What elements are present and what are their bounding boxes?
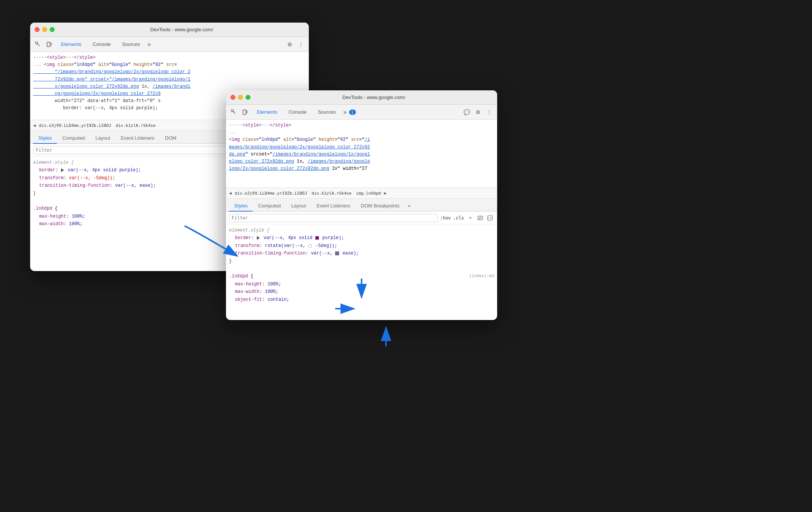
toolbar-1: Elements Console Sources » ⚙ ⋮ xyxy=(30,37,309,52)
breadcrumb-item-2-3[interactable]: img.lnXdpd xyxy=(354,190,382,197)
html-line: elogo_color_272x92dp.png 1x, /images/bra… xyxy=(226,158,497,165)
css-tab-computed-2[interactable]: Computed xyxy=(253,201,286,212)
svg-line-1 xyxy=(37,43,40,46)
settings-icon-2[interactable]: ⚙ xyxy=(473,107,483,117)
breadcrumb-2: ◀ div.o3j99.LLD4me.yr19Zb.LS8OJ div.k1zl… xyxy=(226,187,497,199)
tab-more-1[interactable]: » xyxy=(146,41,153,48)
toolbar-right-1: ⚙ ⋮ xyxy=(285,40,306,49)
html-line: 72x92dp.png" srcset="/images/branding/go… xyxy=(30,76,309,83)
breadcrumb-item-2-1[interactable]: div.o3j99.LLD4me.yr19Zb.LS8OJ xyxy=(233,190,308,197)
css-rule-close-2: } xyxy=(229,258,494,265)
close-button-1[interactable] xyxy=(35,27,40,32)
html-line: ... <img class="lnXdpd" alt="Google" hei… xyxy=(30,61,309,69)
css-prop-transition-2: transition-timing-function: var(--x, eas… xyxy=(235,250,494,257)
html-line: logo/2x/googlelogo_color_272x92dp.png 2x… xyxy=(226,165,497,172)
circle-swatch[interactable] xyxy=(308,244,312,248)
add-style-icon[interactable]: + xyxy=(466,214,475,222)
tab-elements-1[interactable]: Elements xyxy=(56,39,87,50)
tab-console-2[interactable]: Console xyxy=(283,107,312,117)
console-badge: 1 xyxy=(349,110,356,115)
html-line: ... xyxy=(226,129,497,136)
settings-icon-1[interactable]: ⚙ xyxy=(285,40,295,49)
title-bar-2: DevTools - www.google.com/ xyxy=(226,90,497,105)
html-panel-2: ·····<style>···</style> ... <img class="… xyxy=(226,120,497,187)
breadcrumb-back-arrow-2[interactable]: ◀ xyxy=(229,190,232,196)
css-tab-event-2[interactable]: Event Listeners xyxy=(311,201,356,212)
filter-bar-2: :hov .cls + xyxy=(226,212,497,224)
new-style-rule-icon[interactable] xyxy=(476,214,484,222)
maximize-button-1[interactable] xyxy=(50,27,55,32)
css-tab-event-1[interactable]: Event Listeners xyxy=(115,133,160,144)
svg-rect-6 xyxy=(243,110,246,114)
css-prop-maxwidth-2: max-width: 100%; xyxy=(235,288,494,296)
device-icon[interactable] xyxy=(44,40,54,49)
css-tab-styles-2[interactable]: Styles xyxy=(229,201,253,212)
css-tab-dom-2[interactable]: DOM Breakpoints xyxy=(356,201,405,212)
color-swatch-purple[interactable] xyxy=(315,236,319,240)
devtools-window-2: DevTools - www.google.com/ Elements Cons… xyxy=(226,90,497,320)
html-line: dp.png" srcset="/images/branding/googlel… xyxy=(226,151,497,158)
filter-input-2[interactable] xyxy=(229,214,438,222)
tab-sources-2[interactable]: Sources xyxy=(313,107,341,117)
svg-rect-3 xyxy=(50,43,52,45)
more-icon-2[interactable]: ⋮ xyxy=(484,107,494,117)
css-tab-more-2[interactable]: » xyxy=(405,201,414,211)
html-line: mages/branding/googlelogo/2x/googlelogo_… xyxy=(226,144,497,151)
css-tab-layout-1[interactable]: Layout xyxy=(90,133,115,144)
svg-line-5 xyxy=(232,111,235,114)
html-line: <img class="lnXdpd" alt="Google" height=… xyxy=(226,136,497,143)
tab-sources-1[interactable]: Sources xyxy=(117,39,145,50)
breadcrumb-back-arrow[interactable]: ◀ xyxy=(33,123,36,128)
minimize-button-2[interactable] xyxy=(238,95,243,100)
filter-icons-2: + xyxy=(466,214,494,222)
breadcrumb-item-2[interactable]: div.k1zlA.rSk4se xyxy=(114,122,157,129)
window-title-1: DevTools - www.google.com/ xyxy=(59,27,304,32)
css-content-2: element.style { border: var(--x, 4px sol… xyxy=(226,224,497,320)
css-tab-layout-2[interactable]: Layout xyxy=(286,201,311,212)
traffic-lights-2 xyxy=(230,95,250,100)
window-body-2: ·····<style>···</style> ... <img class="… xyxy=(226,120,497,320)
minimize-button-1[interactable] xyxy=(42,27,47,32)
html-line: "/images/branding/googlelogo/2x/googlelo… xyxy=(30,69,309,76)
title-bar-1: DevTools - www.google.com/ xyxy=(30,23,309,37)
css-rule-lnxdpd: .lnXdpd { (index):63 xyxy=(229,273,494,280)
css-tabs-2: Styles Computed Layout Event Listeners D… xyxy=(226,199,497,212)
more-icon-1[interactable]: ⋮ xyxy=(296,40,306,49)
toolbar-2: Elements Console Sources » 1 💬 ⚙ ⋮ xyxy=(226,105,497,120)
breadcrumb-item-2-2[interactable]: div.k1zlA.rSk4se xyxy=(310,190,353,197)
toolbar-tabs-1: Elements Console Sources » xyxy=(56,39,283,50)
maximize-button-2[interactable] xyxy=(246,95,250,100)
css-tab-dom-1[interactable]: DOM xyxy=(160,133,182,144)
breadcrumb-item-1[interactable]: div.o3j99.LLD4me.yr19Zb.LS8OJ xyxy=(37,122,113,129)
html-content-2: ·····<style>···</style> ... <img class="… xyxy=(226,120,497,175)
css-prop-objectfit-2: object-fit: contain; xyxy=(235,296,494,303)
breadcrumb-forward-arrow-2[interactable]: ▶ xyxy=(384,190,387,196)
tab-console-1[interactable]: Console xyxy=(87,39,116,50)
inspect-icon[interactable] xyxy=(33,40,43,49)
toolbar-right-2: 💬 ⚙ ⋮ xyxy=(462,107,494,117)
css-rule-selector-w2: element.style { xyxy=(229,227,494,234)
html-line: ·····<style>···</style> xyxy=(30,54,309,61)
window-title-2: DevTools - www.google.com/ xyxy=(255,94,493,100)
css-panel-2: Styles Computed Layout Event Listeners D… xyxy=(226,199,497,320)
css-prop-maxheight-2: max-height: 100%; xyxy=(235,280,494,288)
filter-cls-2[interactable]: .cls xyxy=(453,215,464,221)
close-button-2[interactable] xyxy=(230,95,235,100)
checkbox-swatch[interactable] xyxy=(335,251,339,255)
svg-rect-7 xyxy=(246,111,247,113)
inspect-icon-2[interactable] xyxy=(229,107,239,117)
css-tab-computed-1[interactable]: Computed xyxy=(57,133,90,144)
tab-elements-2[interactable]: Elements xyxy=(252,107,282,117)
tab-more-2[interactable]: » xyxy=(342,109,348,116)
css-tab-styles-1[interactable]: Styles xyxy=(33,133,57,144)
svg-rect-2 xyxy=(47,42,50,47)
css-prop-transform-2: transform: rotate(var(--x, -5deg)); xyxy=(235,242,494,250)
device-icon-2[interactable] xyxy=(240,107,250,117)
filter-hov-2[interactable]: :hov xyxy=(440,215,451,221)
toggle-changes-icon[interactable] xyxy=(486,214,494,222)
html-line: ·····<style>···</style> xyxy=(226,122,497,129)
html-line: x/googlelogo_color_272x92dp.png 1x, /ima… xyxy=(30,83,309,90)
chat-icon[interactable]: 💬 xyxy=(462,107,472,117)
source-ref[interactable]: (index):63 xyxy=(469,273,494,280)
css-prop-border-2: border: var(--x, 4px solid purple); xyxy=(235,234,494,242)
